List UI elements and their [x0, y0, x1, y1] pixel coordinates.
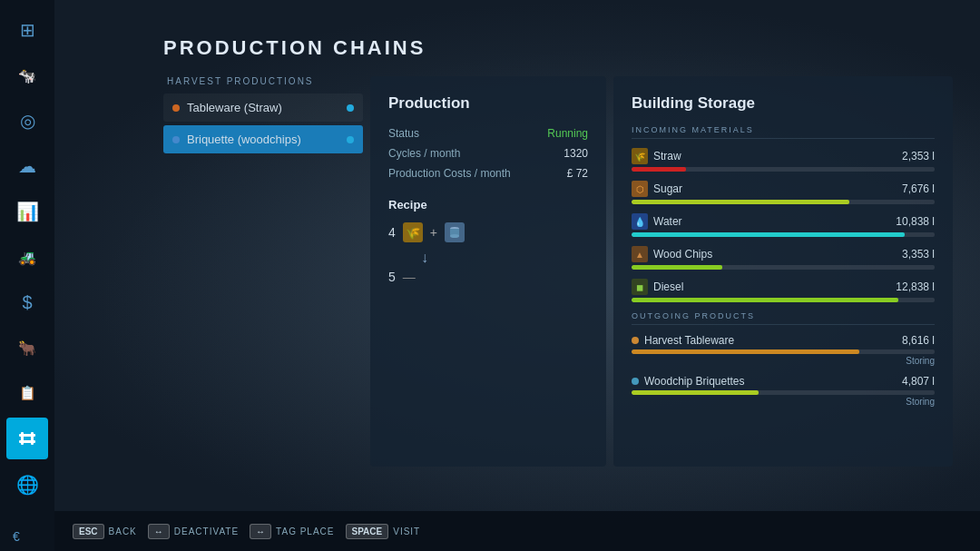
progress-bg-water: [632, 232, 935, 237]
stat-value-status: Running: [547, 127, 588, 140]
content-row: HARVEST PRODUCTIONS Tableware (Straw) Br…: [163, 76, 953, 467]
product-dot-tableware: [632, 337, 639, 344]
bottom-bar: ESC BACK ↔ DEACTIVATE ↔ TAG PLACE SPACE …: [54, 511, 980, 551]
euro-icon: €: [13, 529, 20, 544]
product-amount-tableware: 8,616 l: [902, 334, 935, 347]
progress-fill-diesel: [632, 298, 898, 302]
material-row-diesel: ◼ Diesel 12,838 l: [632, 279, 935, 302]
hotkey-visit-badge: SPACE: [346, 524, 389, 539]
product-name-group-tableware: Harvest Tableware: [632, 334, 734, 347]
hotkey-visit-label: VISIT: [393, 526, 420, 536]
material-name-group-water: 💧 Water: [632, 213, 682, 230]
sidebar: ⊞ 🐄 ◎ ☁ 📊 🚜 $ 🐂 📋 🌐: [0, 0, 54, 551]
recipe-quantity: 4: [388, 225, 396, 240]
item-label-briquette: Briquette (woodchips): [187, 133, 341, 146]
material-top-woodchips: ▲ Wood Chips 3,353 l: [632, 246, 935, 262]
incoming-materials-header: INCOMING MATERIALS: [632, 125, 935, 139]
hotkey-tagplace-label: TAG PLACE: [276, 526, 334, 536]
material-name-sugar: Sugar: [653, 182, 682, 195]
progress-bg-straw: [632, 167, 935, 172]
material-row-woodchips: ▲ Wood Chips 3,353 l: [632, 246, 935, 270]
item-status-briquette: [347, 136, 354, 143]
progress-bg-tableware: [632, 349, 935, 354]
product-row-briquettes: Woodchip Briquettes 4,807 l Storing: [632, 375, 935, 407]
sidebar-icon-farm[interactable]: 🐄: [6, 54, 48, 96]
diesel-icon: ◼: [632, 279, 648, 295]
progress-bg-woodchips: [632, 265, 935, 270]
product-name-tableware: Harvest Tableware: [644, 334, 734, 347]
woodchips-icon: ▲: [632, 246, 648, 262]
product-dot-briquette: [632, 378, 639, 385]
svg-rect-3: [31, 432, 34, 445]
progress-fill-sugar: [632, 200, 849, 204]
recipe-straw-icon: 🌾: [403, 222, 423, 242]
stat-row-status: Status Running: [388, 127, 588, 140]
sidebar-icon-book[interactable]: 📋: [6, 372, 48, 414]
left-panel: HARVEST PRODUCTIONS Tableware (Straw) Br…: [163, 76, 363, 467]
sidebar-icon-chart[interactable]: 📊: [6, 191, 48, 232]
material-amount-woodchips: 3,353 l: [902, 248, 935, 261]
hotkey-group-esc: ESC BACK: [73, 524, 137, 539]
material-name-straw: Straw: [653, 150, 681, 162]
material-amount-diesel: 12,838 l: [896, 280, 935, 293]
sidebar-icon-cow[interactable]: 🐂: [6, 327, 48, 369]
stat-label-costs: Production Costs / month: [388, 167, 511, 180]
section-header-harvest: HARVEST PRODUCTIONS: [163, 76, 363, 86]
recipe-plus: +: [430, 225, 437, 240]
material-amount-water: 10,838 l: [896, 215, 935, 228]
hotkey-deactivate-label: DEACTIVATE: [174, 526, 239, 536]
material-name-water: Water: [653, 215, 682, 228]
material-top-diesel: ◼ Diesel 12,838 l: [632, 279, 935, 295]
progress-fill-straw: [632, 167, 686, 172]
item-dot-briquette: [172, 136, 180, 143]
sidebar-icon-steering[interactable]: ◎: [6, 100, 48, 142]
recipe-input-row: 4 🌾 +: [388, 222, 588, 242]
hotkey-group-deactivate: ↔ DEACTIVATE: [148, 524, 239, 539]
material-row-sugar: ⬡ Sugar 7,676 l: [632, 181, 935, 204]
progress-bg-briquettes: [632, 390, 935, 395]
sidebar-icon-conveyor[interactable]: [6, 418, 48, 459]
recipe-barrel-icon: [445, 222, 465, 242]
sidebar-icon-money[interactable]: $: [6, 281, 48, 323]
item-label-tableware: Tableware (Straw): [187, 101, 341, 114]
stat-label-cycles: Cycles / month: [388, 147, 460, 160]
material-name-group-sugar: ⬡ Sugar: [632, 181, 682, 197]
material-row-water: 💧 Water 10,838 l: [632, 213, 935, 237]
sidebar-icon-map[interactable]: ⊞: [6, 9, 48, 51]
sidebar-icon-tractor[interactable]: 🚜: [6, 236, 48, 278]
material-top-water: 💧 Water 10,838 l: [632, 213, 935, 230]
material-name-woodchips: Wood Chips: [653, 248, 712, 261]
hotkey-group-tagplace: ↔ TAG PLACE: [250, 524, 334, 539]
product-status-tableware: Storing: [632, 356, 935, 366]
material-name-group-diesel: ◼ Diesel: [632, 279, 683, 295]
sugar-icon: ⬡: [632, 181, 648, 197]
svg-rect-2: [21, 432, 24, 445]
item-status-tableware: [347, 104, 354, 112]
item-dot-tableware: [172, 104, 180, 112]
sidebar-icon-weather[interactable]: ☁: [6, 145, 48, 187]
product-top-briquettes: Woodchip Briquettes 4,807 l: [632, 375, 935, 388]
svg-point-6: [450, 234, 459, 238]
material-name-group-woodchips: ▲ Wood Chips: [632, 246, 712, 262]
material-name-group-straw: 🌾 Straw: [632, 148, 681, 164]
progress-fill-tableware: [632, 349, 859, 354]
hotkey-group-visit: SPACE VISIT: [346, 524, 421, 539]
hotkey-deactivate-badge: ↔: [148, 524, 170, 539]
hotkey-tagplace-badge: ↔: [250, 524, 271, 539]
outgoing-products-header: OUTGOING PRODUCTS: [632, 311, 935, 325]
recipe-label: Recipe: [388, 198, 588, 212]
recipe-arrow-down: ↓: [421, 250, 428, 265]
production-item-tableware[interactable]: Tableware (Straw): [163, 93, 363, 122]
stat-row-cycles: Cycles / month 1320: [388, 147, 588, 160]
recipe-dash: —: [403, 270, 416, 284]
product-status-briquettes: Storing: [632, 397, 935, 407]
production-item-briquette[interactable]: Briquette (woodchips): [163, 125, 363, 153]
page-title: PRODUCTION CHAINS: [163, 36, 953, 60]
straw-icon: 🌾: [632, 148, 648, 164]
product-row-tableware: Harvest Tableware 8,616 l Storing: [632, 334, 935, 366]
hotkey-esc-label: BACK: [109, 526, 137, 536]
material-amount-straw: 2,353 l: [902, 150, 935, 162]
building-storage-panel: Building Storage INCOMING MATERIALS 🌾 St…: [613, 76, 953, 467]
sidebar-icon-globe[interactable]: 🌐: [6, 464, 48, 506]
product-amount-briquettes: 4,807 l: [902, 375, 935, 388]
